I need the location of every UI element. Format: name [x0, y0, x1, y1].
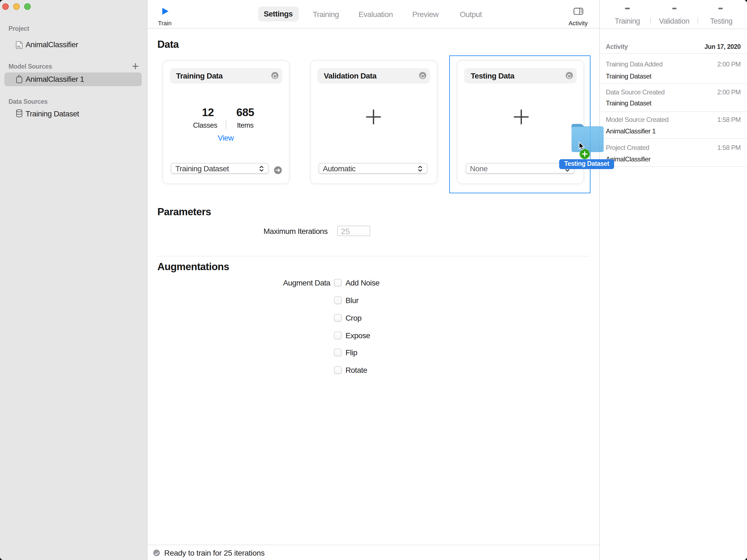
svg-text:ML: ML — [17, 45, 21, 48]
